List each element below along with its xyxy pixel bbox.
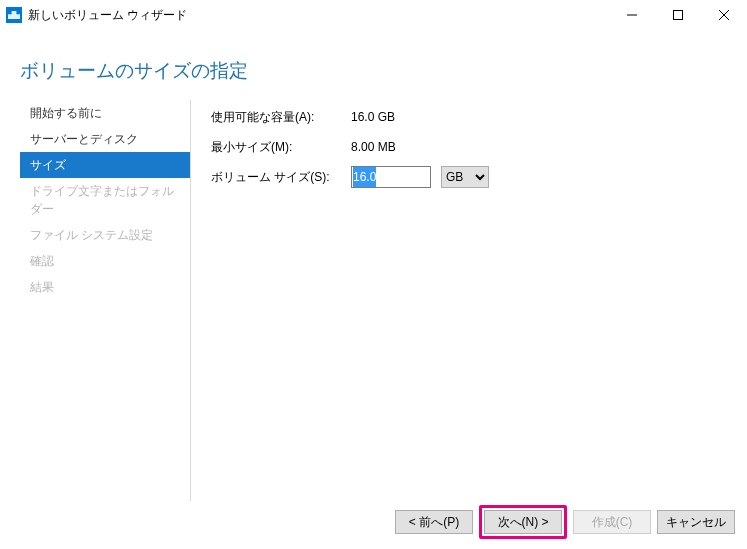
button-label: < 前へ(P) xyxy=(409,514,459,531)
volume-size-selection: 16.0 xyxy=(353,167,376,187)
close-icon xyxy=(719,10,729,20)
svg-rect-0 xyxy=(674,11,683,20)
sidebar-item-result: 結果 xyxy=(20,274,190,300)
maximize-icon xyxy=(673,10,683,20)
sidebar-item-size[interactable]: サイズ xyxy=(20,152,190,178)
size-pane: 使用可能な容量(A): 16.0 GB 最小サイズ(M): 8.00 MB ボリ… xyxy=(191,100,733,501)
sidebar-item-label: 結果 xyxy=(30,280,54,294)
minimize-icon xyxy=(627,10,637,20)
sidebar-item-label: ドライブ文字またはフォルダー xyxy=(30,184,174,216)
prev-button[interactable]: < 前へ(P) xyxy=(395,510,473,534)
volume-size-input-wrap: 16.0 xyxy=(351,166,431,188)
sidebar-item-filesystem: ファイル システム設定 xyxy=(20,222,190,248)
create-button: 作成(C) xyxy=(573,510,651,534)
sidebar-item-confirm: 確認 xyxy=(20,248,190,274)
minimize-button[interactable] xyxy=(609,0,655,30)
button-label: キャンセル xyxy=(666,514,726,531)
label-volume-size: ボリューム サイズ(S): xyxy=(211,169,351,186)
app-icon xyxy=(6,7,22,23)
label-min-size: 最小サイズ(M): xyxy=(211,139,351,156)
cancel-button[interactable]: キャンセル xyxy=(657,510,735,534)
window-controls xyxy=(609,0,747,30)
sidebar-item-label: サイズ xyxy=(30,158,66,172)
button-label: 次へ(N) > xyxy=(498,514,549,531)
window-title: 新しいボリューム ウィザード xyxy=(28,7,187,24)
wizard-body: 開始する前に サーバーとディスク サイズ ドライブ文字またはフォルダー ファイル… xyxy=(20,100,733,501)
value-available: 16.0 GB xyxy=(351,110,395,124)
sidebar-item-label: 開始する前に xyxy=(30,106,102,120)
label-available: 使用可能な容量(A): xyxy=(211,109,351,126)
sidebar-item-before-begin[interactable]: 開始する前に xyxy=(20,100,190,126)
button-label: 作成(C) xyxy=(592,514,633,531)
wizard-footer: < 前へ(P) 次へ(N) > 作成(C) キャンセル xyxy=(395,505,735,539)
sidebar-item-server-disk[interactable]: サーバーとディスク xyxy=(20,126,190,152)
wizard-steps-sidebar: 開始する前に サーバーとディスク サイズ ドライブ文字またはフォルダー ファイル… xyxy=(20,100,190,501)
sidebar-item-drive-letter: ドライブ文字またはフォルダー xyxy=(20,178,190,222)
row-min-size: 最小サイズ(M): 8.00 MB xyxy=(211,134,723,160)
row-available: 使用可能な容量(A): 16.0 GB xyxy=(211,104,723,130)
close-button[interactable] xyxy=(701,0,747,30)
title-bar: 新しいボリューム ウィザード xyxy=(0,0,747,30)
next-button[interactable]: 次へ(N) > xyxy=(484,510,562,534)
sidebar-item-label: ファイル システム設定 xyxy=(30,228,153,242)
volume-size-unit-select[interactable]: GB xyxy=(441,166,489,188)
page-title: ボリュームのサイズの指定 xyxy=(0,30,747,98)
value-min-size: 8.00 MB xyxy=(351,140,396,154)
maximize-button[interactable] xyxy=(655,0,701,30)
sidebar-item-label: サーバーとディスク xyxy=(30,132,138,146)
sidebar-item-label: 確認 xyxy=(30,254,54,268)
row-volume-size: ボリューム サイズ(S): 16.0 GB xyxy=(211,164,723,190)
next-button-highlight: 次へ(N) > xyxy=(479,505,567,539)
